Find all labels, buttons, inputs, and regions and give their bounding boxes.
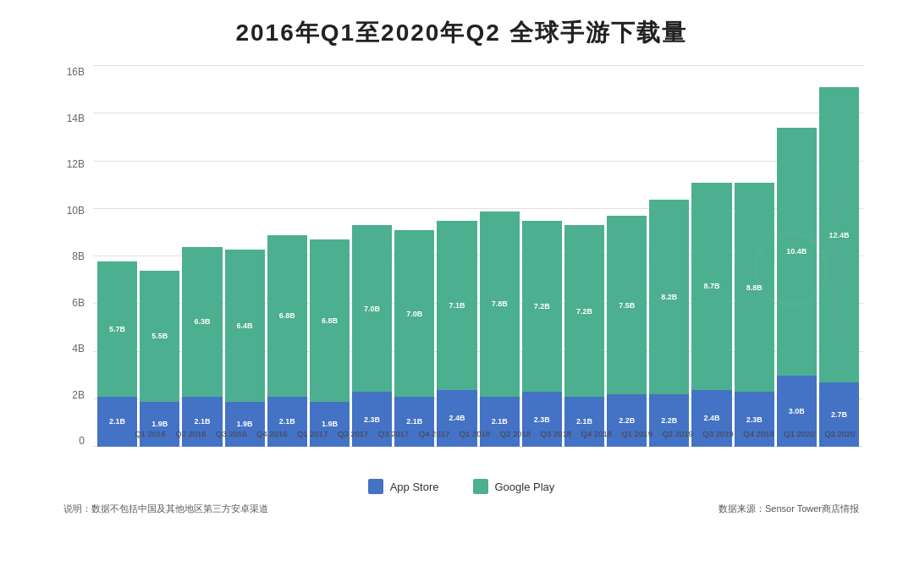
bar-group: 7.8B2.1B bbox=[480, 66, 520, 447]
bar-group: 6.8B2.1B bbox=[267, 66, 307, 447]
bar-segment-google: 6.3B bbox=[182, 247, 222, 397]
bar-stack: 8.2B2.2B bbox=[649, 200, 689, 448]
footer: 说明：数据不包括中国及其他地区第三方安卓渠道 数据来源：Sensor Tower… bbox=[59, 503, 863, 515]
x-axis-label: Q4 2018 bbox=[577, 429, 615, 438]
chart-area: 02B4B6B8B10B12B14B16B 5.7B2.1B5.5B1.9B6.… bbox=[59, 66, 863, 472]
bar-label-google: 5.5B bbox=[140, 332, 179, 340]
bar-segment-google: 7.2B bbox=[522, 221, 562, 393]
bar-segment-google: 6.8B bbox=[267, 235, 307, 397]
bar-segment-google: 6.8B bbox=[310, 239, 350, 401]
bar-label-google: 6.8B bbox=[310, 316, 350, 325]
watermark-circle bbox=[753, 231, 829, 307]
x-axis-label: Q1 2017 bbox=[294, 429, 332, 438]
bar-stack: 8.8B2.3B bbox=[735, 183, 774, 447]
x-labels: Q1 2016Q2 2016Q3 2016Q4 2016Q1 2017Q2 20… bbox=[127, 421, 863, 447]
x-axis-label: Q2 2019 bbox=[658, 429, 697, 438]
bar-stack: 7.1B2.4B bbox=[437, 221, 476, 447]
footer-right: 数据来源：Sensor Tower商店情报 bbox=[719, 503, 859, 515]
bar-stack: 7.0B2.1B bbox=[394, 230, 434, 447]
bar-label-google: 7.8B bbox=[480, 299, 520, 308]
bar-stack: 5.7B2.1B bbox=[97, 261, 137, 447]
bar-label-google: 8.7B bbox=[691, 282, 731, 290]
bar-group: 7.0B2.1B bbox=[394, 66, 434, 447]
x-axis-label: Q4 2016 bbox=[253, 429, 291, 438]
x-axis-label: Q3 2016 bbox=[212, 429, 251, 438]
chart-inner: 5.7B2.1B5.5B1.9B6.3B2.1B6.4B1.9B6.8B2.1B… bbox=[93, 66, 863, 447]
bar-group: 7.2B2.1B bbox=[564, 66, 604, 447]
legend-label-appstore: App Store bbox=[390, 481, 439, 493]
bar-group: 7.1B2.4B bbox=[437, 66, 476, 447]
bar-label-google: 7.0B bbox=[352, 305, 392, 313]
legend-color-googleplay bbox=[473, 479, 488, 494]
bar-stack: 6.8B1.9B bbox=[310, 239, 350, 447]
x-axis-label: Q1 2020 bbox=[780, 429, 818, 438]
bar-group: 5.7B2.1B bbox=[97, 66, 137, 447]
y-axis-label: 16B bbox=[59, 66, 89, 78]
bar-group: 6.8B1.9B bbox=[310, 66, 350, 447]
bar-label-google: 7.2B bbox=[522, 302, 562, 310]
y-axis-label: 4B bbox=[59, 343, 89, 354]
chart-title: 2016年Q1至2020年Q2 全球手游下载量 bbox=[59, 17, 863, 49]
bar-label-google: 7.0B bbox=[394, 310, 434, 318]
bar-label-google: 6.3B bbox=[182, 317, 222, 326]
legend-label-googleplay: Google Play bbox=[495, 481, 555, 493]
bar-group: 6.3B2.1B bbox=[182, 66, 222, 447]
bar-segment-google: 7.1B bbox=[437, 221, 476, 390]
x-axis-label: Q3 2018 bbox=[537, 429, 575, 438]
bar-label-apple: 3.0B bbox=[777, 407, 817, 415]
bar-group: 7.5B2.2B bbox=[607, 66, 647, 447]
bar-segment-google: 7.8B bbox=[480, 212, 520, 397]
bar-label-google: 7.5B bbox=[607, 301, 647, 310]
bar-stack: 7.2B2.3B bbox=[522, 221, 562, 447]
x-axis-label: Q3 2017 bbox=[375, 429, 413, 438]
bar-label-google: 8.2B bbox=[649, 293, 689, 301]
footer-left: 说明：数据不包括中国及其他地区第三方安卓渠道 bbox=[63, 503, 268, 515]
y-axis-label: 6B bbox=[59, 297, 89, 309]
bar-label-google: 6.4B bbox=[225, 321, 265, 330]
chart-container: 2016年Q1至2020年Q2 全球手游下载量 02B4B6B8B10B12B1… bbox=[0, 0, 914, 588]
bar-stack: 7.0B2.3B bbox=[352, 225, 392, 447]
bar-group: 7.2B2.3B bbox=[522, 66, 562, 447]
bar-stack: 7.5B2.2B bbox=[607, 216, 647, 447]
bar-segment-google: 7.0B bbox=[352, 225, 392, 392]
bar-group: 8.2B2.2B bbox=[649, 66, 689, 447]
bar-segment-google: 6.4B bbox=[225, 250, 265, 402]
bar-stack: 7.8B2.1B bbox=[480, 212, 520, 447]
legend: App Store Google Play bbox=[59, 479, 863, 494]
bars-wrapper: 5.7B2.1B5.5B1.9B6.3B2.1B6.4B1.9B6.8B2.1B… bbox=[93, 66, 863, 447]
x-axis-label: Q2 2020 bbox=[821, 429, 859, 438]
bar-stack: 6.3B2.1B bbox=[182, 247, 222, 447]
legend-item-googleplay: Google Play bbox=[473, 479, 555, 494]
x-axis-label: Q2 2017 bbox=[334, 429, 372, 438]
bar-stack: 5.5B1.9B bbox=[140, 271, 179, 447]
bar-group: 7.0B2.3B bbox=[352, 66, 392, 447]
bar-stack: 6.4B1.9B bbox=[225, 250, 265, 447]
y-axis-label: 14B bbox=[59, 113, 89, 124]
bar-group: 5.5B1.9B bbox=[140, 66, 179, 447]
legend-color-appstore bbox=[368, 479, 383, 494]
x-axis-label: Q1 2019 bbox=[618, 429, 656, 438]
y-axis-label: 12B bbox=[59, 158, 89, 170]
bar-segment-google: 5.5B bbox=[140, 271, 179, 402]
bar-label-google: 7.1B bbox=[437, 301, 476, 310]
bar-segment-google: 7.0B bbox=[394, 230, 434, 397]
bar-label-apple: 2.7B bbox=[819, 410, 859, 419]
bar-group: 8.7B2.4B bbox=[691, 66, 731, 447]
bar-segment-google: 7.2B bbox=[564, 225, 604, 397]
bar-label-google: 5.7B bbox=[97, 325, 137, 333]
bar-segment-google: 7.5B bbox=[607, 216, 647, 394]
bar-stack: 8.7B2.4B bbox=[691, 183, 731, 447]
legend-item-appstore: App Store bbox=[368, 479, 439, 494]
bar-label-google: 7.2B bbox=[564, 307, 604, 316]
bar-group: 6.4B1.9B bbox=[225, 66, 265, 447]
bar-segment-google: 5.7B bbox=[97, 261, 137, 397]
bar-stack: 7.2B2.1B bbox=[564, 225, 604, 447]
y-axis-label: 10B bbox=[59, 205, 89, 217]
x-axis-label: Q3 2019 bbox=[699, 429, 737, 438]
bar-segment-google: 8.2B bbox=[649, 200, 689, 395]
bar-segment-google: 8.7B bbox=[691, 183, 731, 390]
x-axis-label: Q4 2019 bbox=[740, 429, 778, 438]
x-axis-label: Q4 2017 bbox=[416, 429, 454, 438]
x-axis-label: Q1 2016 bbox=[131, 429, 169, 438]
x-axis-label: Q2 2018 bbox=[496, 429, 534, 438]
